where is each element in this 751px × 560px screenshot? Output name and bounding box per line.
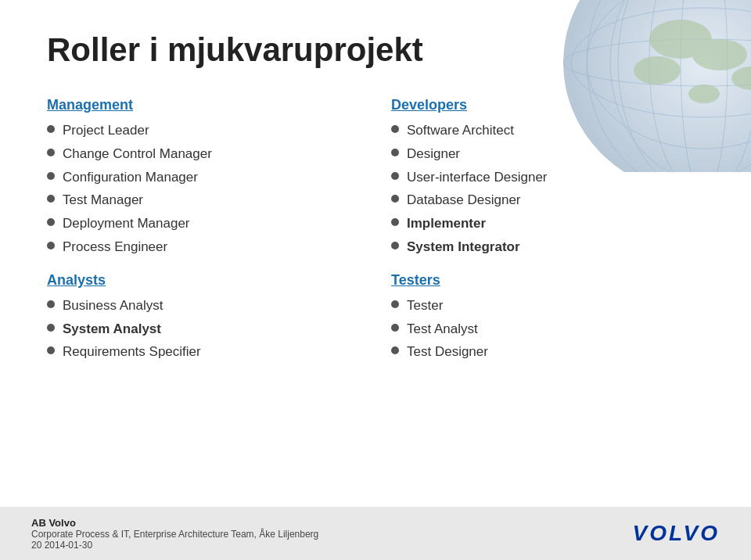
list-item: Software Architect: [391, 121, 704, 140]
slide-content: Roller i mjukvaruprojekt Management Proj…: [0, 0, 751, 560]
bullet-dot: [47, 172, 55, 180]
list-item: Implementer: [391, 214, 704, 233]
slide: Roller i mjukvaruprojekt Management Proj…: [0, 0, 751, 560]
developers-list: Software Architect Designer User-interfa…: [391, 121, 704, 257]
testers-section: Testers Tester Test Analyst Test Designe…: [391, 272, 704, 361]
bullet-dot: [47, 195, 55, 203]
bullet-dot: [47, 125, 55, 133]
bullet-dot: [47, 218, 55, 226]
list-item: Tester: [391, 296, 704, 315]
volvo-logo-text: VOLVO: [633, 521, 720, 546]
developers-section: Developers Software Architect Designer U…: [391, 97, 704, 257]
list-item: Deployment Manager: [47, 214, 360, 233]
left-column: Management Project Leader Change Control…: [47, 97, 360, 377]
list-item: Test Designer: [391, 343, 704, 361]
list-item: Change Control Manager: [47, 145, 360, 163]
list-item: Project Leader: [47, 121, 360, 140]
bullet-dot: [47, 324, 55, 332]
management-list: Project Leader Change Control Manager Co…: [47, 121, 360, 257]
bullet-dot: [391, 242, 399, 249]
footer-subtitle: Corporate Process & IT, Enterprise Archi…: [31, 529, 318, 540]
list-item: System Analyst: [47, 320, 360, 339]
slide-title: Roller i mjukvaruprojekt: [47, 31, 704, 69]
list-item: Database Designer: [391, 191, 704, 210]
footer-left: AB Volvo Corporate Process & IT, Enterpr…: [31, 517, 318, 551]
bullet-dot: [391, 125, 399, 133]
bullet-dot: [391, 324, 399, 332]
testers-list: Tester Test Analyst Test Designer: [391, 296, 704, 361]
bullet-dot: [391, 300, 399, 308]
columns-container: Management Project Leader Change Control…: [47, 97, 704, 377]
list-item: System Integrator: [391, 238, 704, 257]
bullet-dot: [391, 195, 399, 203]
list-item: Process Engineer: [47, 238, 360, 257]
bullet-dot: [47, 242, 55, 249]
management-section: Management Project Leader Change Control…: [47, 97, 360, 257]
bullet-dot: [391, 149, 399, 156]
list-item: Test Manager: [47, 191, 360, 210]
bullet-dot: [47, 300, 55, 308]
footer-page: 20 2014-01-30: [31, 540, 318, 551]
list-item: Test Analyst: [391, 320, 704, 339]
bullet-dot: [391, 218, 399, 226]
bullet-dot: [47, 149, 55, 156]
testers-heading: Testers: [391, 272, 704, 289]
analysts-list: Business Analyst System Analyst Requirem…: [47, 296, 360, 361]
footer-company: AB Volvo: [31, 517, 318, 529]
list-item: Requirements Specifier: [47, 343, 360, 361]
footer: AB Volvo Corporate Process & IT, Enterpr…: [0, 507, 751, 560]
volvo-logo: VOLVO: [633, 521, 720, 546]
developers-heading: Developers: [391, 97, 704, 113]
list-item: Configuration Manager: [47, 168, 360, 187]
analysts-section: Analysts Business Analyst System Analyst…: [47, 272, 360, 361]
bullet-dot: [391, 346, 399, 354]
bullet-dot: [47, 346, 55, 354]
bullet-dot: [391, 172, 399, 180]
list-item: Business Analyst: [47, 296, 360, 315]
management-heading: Management: [47, 97, 360, 113]
analysts-heading: Analysts: [47, 272, 360, 289]
list-item: Designer: [391, 145, 704, 163]
right-column: Developers Software Architect Designer U…: [391, 97, 704, 377]
list-item: User-interface Designer: [391, 168, 704, 187]
